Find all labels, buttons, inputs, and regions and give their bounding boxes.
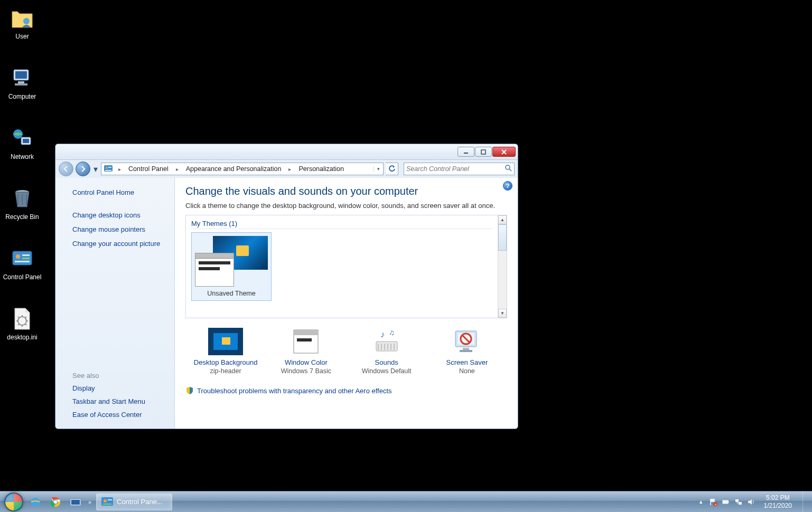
desktop-icon-label: Control Panel xyxy=(2,273,42,281)
breadcrumb-personalization[interactable]: Personalization xyxy=(294,163,348,175)
desktop-icon-label: Recycle Bin xyxy=(2,213,42,221)
show-desktop-button[interactable] xyxy=(802,491,808,513)
sidebar-sublink-ease-of-access[interactable]: Ease of Access Center xyxy=(55,408,174,421)
search-input[interactable] xyxy=(406,165,505,173)
svg-rect-25 xyxy=(222,337,230,345)
svg-rect-27 xyxy=(294,330,318,335)
themes-scrollbar[interactable]: ▲ ▼ xyxy=(498,215,507,318)
theme-tile-unsaved[interactable]: Unsaved Theme xyxy=(191,232,272,301)
desktop-icon-network[interactable]: Network xyxy=(2,126,42,160)
svg-rect-7 xyxy=(23,139,29,143)
tray-flag-icon[interactable]: ✕ xyxy=(709,498,717,506)
setting-value: Windows Default xyxy=(347,367,426,375)
desktop-icon-label: Computer xyxy=(2,93,42,100)
control-panel-icon xyxy=(10,246,35,271)
window-color-icon xyxy=(288,328,323,355)
svg-text:♫: ♫ xyxy=(389,328,395,337)
setting-window-color[interactable]: Window Color Windows 7 Basic xyxy=(266,328,346,375)
troubleshoot-row: Troubleshoot problems with transparency … xyxy=(185,386,507,395)
breadcrumb-control-panel[interactable]: Control Panel xyxy=(124,163,173,175)
svg-text:♪: ♪ xyxy=(380,330,385,339)
computer-icon xyxy=(10,65,35,91)
svg-point-18 xyxy=(106,167,108,169)
scroll-up-button[interactable]: ▲ xyxy=(498,215,507,224)
svg-line-22 xyxy=(509,169,511,171)
setting-title: Screen Saver xyxy=(427,358,507,366)
clock-time: 5:02 PM xyxy=(764,494,792,502)
desktop-icon-recycle-bin[interactable]: Recycle Bin xyxy=(2,186,42,221)
svg-point-0 xyxy=(23,18,30,24)
clock-date: 1/21/2020 xyxy=(764,502,792,510)
sidebar-sublink-taskbar[interactable]: Taskbar and Start Menu xyxy=(55,395,174,408)
address-bar[interactable]: ▸ Control Panel ▸ Appearance and Persona… xyxy=(101,163,384,175)
network-icon xyxy=(10,126,35,151)
taskbar-item-label: Control Pane... xyxy=(117,498,163,506)
svg-point-51 xyxy=(104,499,107,502)
setting-screen-saver[interactable]: Screen Saver None xyxy=(427,328,507,375)
breadcrumb-chevron[interactable]: ▸ xyxy=(115,163,124,175)
theme-name: Unsaved Theme xyxy=(195,290,268,297)
tray-network-icon[interactable] xyxy=(734,498,743,506)
refresh-button[interactable] xyxy=(386,163,398,175)
svg-point-21 xyxy=(506,165,510,169)
troubleshoot-link[interactable]: Troubleshoot problems with transparency … xyxy=(197,387,392,395)
tray-expand-icon[interactable]: ▴ xyxy=(697,498,705,505)
setting-value: None xyxy=(427,367,507,375)
scroll-thumb[interactable] xyxy=(498,224,507,251)
setting-value: Windows 7 Basic xyxy=(266,367,346,375)
window-body: Control Panel Home Change desktop icons … xyxy=(55,178,518,429)
svg-rect-41 xyxy=(460,350,472,352)
svg-rect-49 xyxy=(71,500,80,505)
search-box[interactable] xyxy=(404,163,515,175)
breadcrumb-appearance[interactable]: Appearance and Personalization xyxy=(182,163,286,175)
svg-rect-16 xyxy=(481,150,486,154)
theme-thumbnail xyxy=(195,236,268,287)
pinned-explorer[interactable] xyxy=(66,494,86,510)
ini-file-icon xyxy=(10,306,35,331)
desktop-icon-computer[interactable]: Computer xyxy=(2,65,42,100)
pinned-chrome[interactable] xyxy=(45,494,66,510)
forward-button[interactable] xyxy=(76,162,90,176)
setting-desktop-background[interactable]: Desktop Background zip-header xyxy=(186,328,265,375)
tray-volume-icon[interactable] xyxy=(747,498,755,506)
control-panel-small-icon xyxy=(104,165,113,173)
folder-user-icon xyxy=(10,5,35,31)
setting-title: Desktop Background xyxy=(186,358,265,366)
sidebar-link-desktop-icons[interactable]: Change desktop icons xyxy=(55,208,174,222)
quicklaunch-expand[interactable]: » xyxy=(86,494,94,510)
taskbar-item-control-panel[interactable]: Control Pane... xyxy=(96,494,172,510)
themes-list: My Themes (1) Unsaved Theme ▲ ▼ xyxy=(185,215,507,318)
minimize-button[interactable] xyxy=(458,147,474,157)
control-panel-small-icon xyxy=(101,497,114,507)
titlebar[interactable] xyxy=(55,144,518,160)
svg-rect-52 xyxy=(108,499,112,500)
setting-title: Sounds xyxy=(347,358,426,366)
sidebar-link-account-picture[interactable]: Change your account picture xyxy=(55,236,174,251)
back-button[interactable] xyxy=(59,162,73,176)
setting-sounds[interactable]: ♪♫ Sounds Windows Default xyxy=(347,328,426,375)
start-button[interactable] xyxy=(2,491,25,513)
desktop-icon-user[interactable]: User xyxy=(2,5,42,40)
breadcrumb-chevron[interactable]: ▸ xyxy=(285,163,294,175)
nav-history-dropdown[interactable]: ▾ xyxy=(92,164,99,174)
tray-power-icon[interactable] xyxy=(722,498,730,506)
sidebar-link-mouse-pointers[interactable]: Change mouse pointers xyxy=(55,222,174,236)
maximize-button[interactable] xyxy=(475,147,492,157)
pinned-ie[interactable] xyxy=(25,494,45,510)
sidebar-sublink-display[interactable]: Display xyxy=(55,382,174,395)
desktop-icon-control-panel[interactable]: Control Panel xyxy=(2,246,42,281)
address-dropdown[interactable]: ▾ xyxy=(374,166,383,172)
taskbar-clock[interactable]: 5:02 PM 1/21/2020 xyxy=(760,494,796,510)
close-button[interactable] xyxy=(492,147,516,157)
scroll-down-button[interactable]: ▼ xyxy=(498,309,507,318)
taskbar: » Control Pane... ▴ ✕ 5:02 PM 1/21/2020 xyxy=(0,491,812,512)
breadcrumb-chevron[interactable]: ▸ xyxy=(173,163,182,175)
shield-icon xyxy=(185,386,194,395)
screen-saver-icon xyxy=(450,328,484,355)
desktop-icon-label: Network xyxy=(2,153,42,160)
desktop-icon-desktop-ini[interactable]: desktop.ini xyxy=(2,306,42,341)
search-icon[interactable] xyxy=(505,164,512,174)
help-icon[interactable]: ? xyxy=(503,181,512,191)
sidebar-home[interactable]: Control Panel Home xyxy=(55,185,174,200)
svg-rect-3 xyxy=(18,81,24,83)
